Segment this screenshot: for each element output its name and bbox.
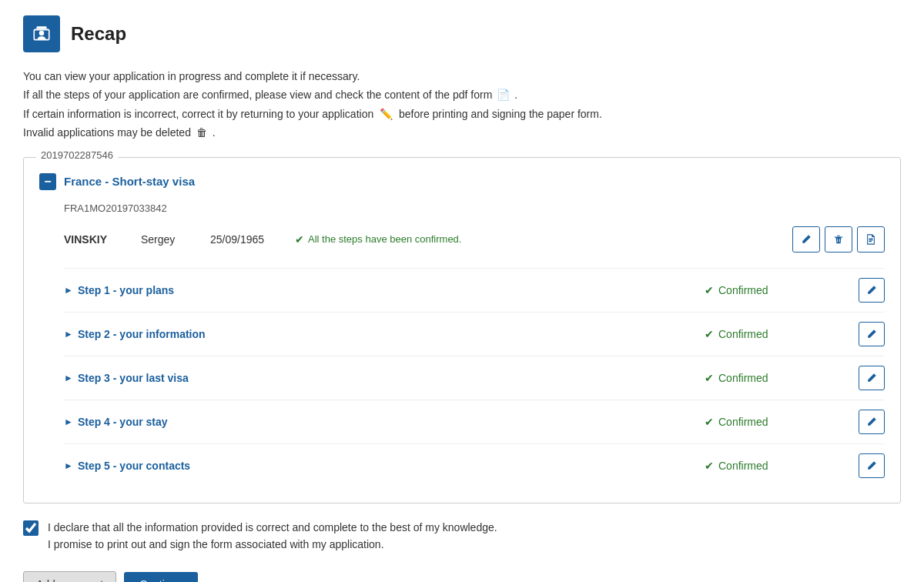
step-1-link[interactable]: ► Step 1 - your plans [64, 284, 705, 296]
step-1-edit-button[interactable] [859, 278, 885, 303]
page-header: Recap [23, 15, 901, 52]
step-5-link[interactable]: ► Step 5 - your contacts [64, 460, 705, 472]
step-3-status: ✔ Confirmed [705, 372, 859, 384]
step-4-status: ✔ Confirmed [705, 416, 859, 428]
step-3-edit-button[interactable] [859, 366, 885, 390]
visa-type-label: France - Short-stay visa [64, 175, 195, 188]
step-3-check-icon: ✔ [705, 372, 714, 384]
bottom-buttons: Add a request Continue [23, 571, 901, 582]
applicant-row: VINSKIY Sergey 25/09/1965 ✔ All the step… [64, 226, 885, 253]
step-1-status: ✔ Confirmed [705, 284, 859, 296]
continue-button[interactable]: Continue [124, 572, 198, 582]
application-inner: − France - Short-stay visa FRA1MO2019703… [24, 158, 900, 503]
application-id: 2019702287546 [36, 149, 118, 161]
checkmark-icon: ✔ [295, 233, 304, 246]
description-block: You can view your application in progres… [23, 68, 901, 142]
step-4-link[interactable]: ► Step 4 - your stay [64, 416, 705, 428]
step-row: ► Step 1 - your plans ✔ Confirmed [64, 268, 885, 312]
page-title: Recap [71, 23, 126, 45]
step-4-edit-button[interactable] [859, 410, 885, 434]
step-5-check-icon: ✔ [705, 460, 714, 472]
chevron-right-icon: ► [64, 285, 73, 296]
desc-line1: You can view your application in progres… [23, 68, 901, 85]
svg-point-3 [39, 31, 45, 36]
applicant-action-buttons [792, 226, 885, 253]
chevron-right-icon: ► [64, 416, 73, 427]
step-row: ► Step 5 - your contacts ✔ Confirmed [64, 443, 885, 487]
visa-type-row: − France - Short-stay visa [39, 173, 885, 190]
person-icon-svg [32, 24, 52, 44]
desc-line3: If certain information is incorrect, cor… [23, 105, 901, 122]
step-5-status: ✔ Confirmed [705, 460, 859, 472]
step-2-link[interactable]: ► Step 2 - your information [64, 328, 705, 340]
edit-inline-icon: ✏️ [380, 108, 393, 120]
step-5-edit-button[interactable] [859, 453, 885, 478]
step-2-check-icon: ✔ [705, 328, 714, 340]
step-row: ► Step 4 - your stay ✔ Confirmed [64, 400, 885, 443]
chevron-right-icon: ► [64, 329, 73, 340]
application-box: 2019702287546 − France - Short-stay visa… [23, 157, 901, 503]
desc-line4: Invalid applications may be deleted 🗑 . [23, 124, 901, 141]
trash-inline-icon: 🗑 [196, 126, 207, 139]
reference-row: FRA1MO20197033842 [64, 202, 885, 214]
step-3-link[interactable]: ► Step 3 - your last visa [64, 372, 705, 384]
edit-applicant-button[interactable] [792, 226, 820, 253]
pdf-inline-icon: 📄 [497, 89, 510, 101]
step-1-check-icon: ✔ [705, 284, 714, 296]
applicant-firstname: Sergey [141, 233, 195, 246]
step-row: ► Step 3 - your last visa ✔ Confirmed [64, 356, 885, 400]
step-2-status: ✔ Confirmed [705, 328, 859, 340]
add-request-button[interactable]: Add a request [23, 571, 116, 582]
desc-line2: If all the steps of your application are… [23, 86, 901, 103]
collapse-button[interactable]: − [39, 173, 56, 190]
step-2-edit-button[interactable] [859, 322, 885, 346]
svg-rect-0 [37, 26, 47, 28]
declaration-section: I declare that all the information provi… [23, 519, 901, 554]
declaration-text: I declare that all the information provi… [48, 519, 497, 554]
pdf-applicant-button[interactable] [857, 226, 885, 253]
delete-applicant-button[interactable] [825, 226, 852, 253]
chevron-right-icon: ► [64, 373, 73, 383]
recap-icon [23, 15, 60, 52]
all-confirmed-message: ✔ All the steps have been confirmed. [295, 233, 777, 246]
applicant-dob: 25/09/1965 [210, 233, 280, 246]
applicant-lastname: VINSKIY [64, 233, 126, 246]
declaration-checkbox[interactable] [23, 520, 38, 536]
steps-container: ► Step 1 - your plans ✔ Confirmed ► Ste [64, 268, 885, 487]
chevron-right-icon: ► [64, 460, 73, 471]
step-row: ► Step 2 - your information ✔ Confirmed [64, 312, 885, 356]
step-4-check-icon: ✔ [705, 416, 714, 428]
reference-number: FRA1MO20197033842 [64, 202, 167, 214]
